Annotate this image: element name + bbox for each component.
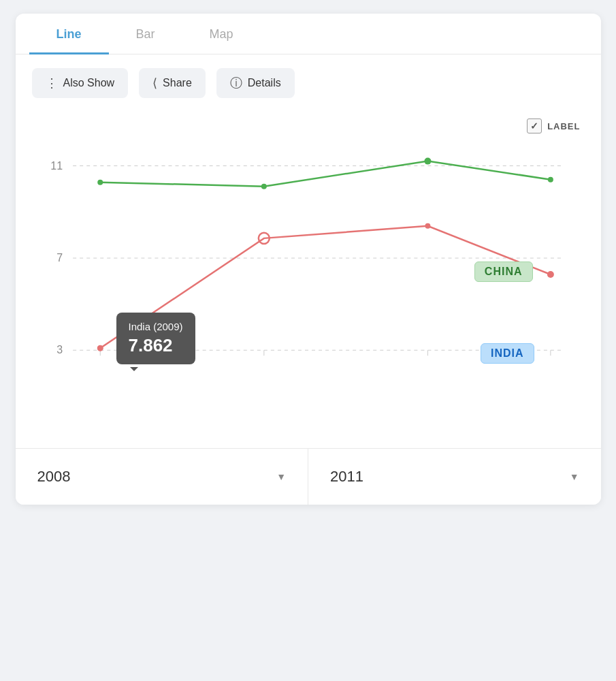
tab-map[interactable]: Map: [182, 14, 261, 54]
svg-text:3: 3: [56, 343, 63, 355]
india-line: [100, 226, 551, 348]
label-checkbox-area[interactable]: ✓ LABEL: [527, 118, 580, 133]
china-line: [100, 161, 551, 187]
share-label: Share: [163, 77, 192, 89]
dots-icon: ⋮: [46, 76, 58, 91]
china-point-2009: [261, 184, 266, 189]
china-point-2011: [547, 177, 553, 183]
svg-text:7: 7: [56, 251, 63, 264]
svg-text:11: 11: [50, 159, 63, 172]
year-selectors: 2008 ▼ 2011 ▼: [16, 448, 601, 505]
info-icon: ⓘ: [230, 75, 242, 91]
india-point-2008: [97, 345, 103, 351]
year-end-selector[interactable]: 2011 ▼: [308, 449, 601, 505]
tab-bar[interactable]: Bar: [109, 14, 182, 54]
year-end-value: 2011: [330, 468, 363, 486]
india-label: INDIA: [481, 343, 534, 364]
also-show-button[interactable]: ⋮ Also Show: [32, 68, 129, 98]
china-point-2010: [424, 158, 431, 165]
share-icon: ⟨: [152, 76, 157, 91]
main-card: Line Bar Map ⋮ Also Show ⟨ Share ⓘ Detai…: [16, 14, 601, 505]
tab-line[interactable]: Line: [29, 14, 109, 54]
tab-bar: Line Bar Map: [16, 14, 601, 54]
india-point-2011: [547, 271, 553, 278]
details-button[interactable]: ⓘ Details: [216, 68, 295, 98]
year-start-selector[interactable]: 2008 ▼: [16, 449, 309, 505]
china-point-2008: [97, 180, 103, 185]
label-text: LABEL: [547, 121, 580, 131]
india-point-2010: [425, 223, 430, 229]
details-label: Details: [248, 77, 281, 89]
share-button[interactable]: ⟨ Share: [139, 68, 206, 98]
chart-area: ✓ LABEL 11 7 3: [16, 112, 601, 448]
toolbar: ⋮ Also Show ⟨ Share ⓘ Details: [16, 54, 601, 112]
label-checkbox[interactable]: ✓: [527, 118, 542, 133]
year-start-dropdown-icon: ▼: [276, 471, 286, 482]
year-end-dropdown-icon: ▼: [570, 471, 579, 482]
china-label: CHINA: [474, 262, 533, 282]
year-start-value: 2008: [37, 468, 71, 486]
also-show-label: Also Show: [63, 77, 115, 89]
